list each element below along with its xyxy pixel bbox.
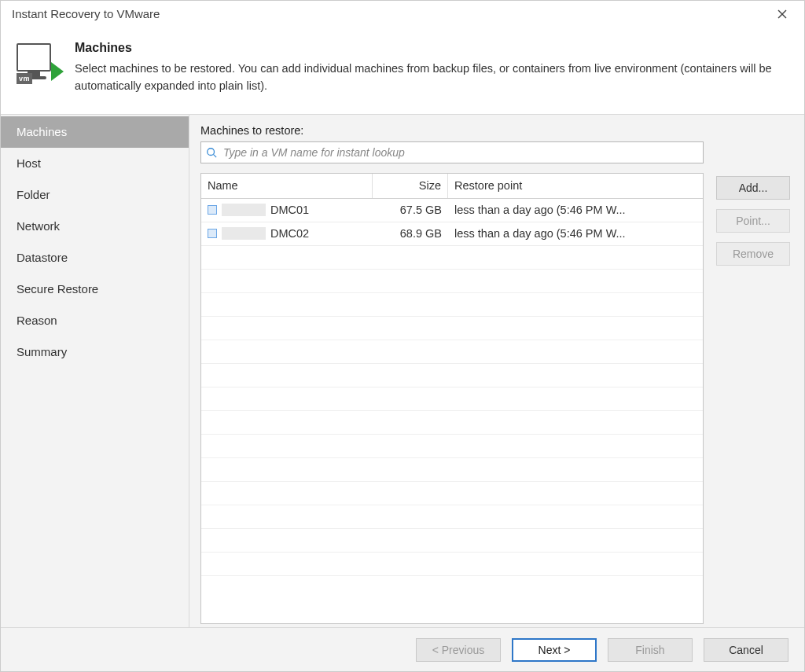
finish-button[interactable]: Finish bbox=[608, 638, 693, 662]
step-label: Host bbox=[17, 156, 41, 170]
search-field[interactable] bbox=[200, 141, 704, 163]
step-label: Secure Restore bbox=[17, 282, 98, 296]
step-label: Machines bbox=[17, 125, 67, 138]
cell-restore-point: less than a day ago (5:46 PM W... bbox=[448, 227, 703, 240]
close-icon bbox=[777, 9, 787, 19]
step-secure-restore[interactable]: Secure Restore bbox=[1, 274, 189, 305]
vm-restore-icon: vm bbox=[17, 43, 61, 87]
side-buttons: Add... Point... Remove bbox=[716, 124, 790, 625]
cell-name: DMC01 bbox=[270, 204, 309, 216]
cell-restore-point: less than a day ago (5:46 PM W... bbox=[448, 204, 703, 216]
table-body: DMC01 67.5 GB less than a day ago (5:46 … bbox=[201, 199, 703, 624]
cell-size: 67.5 GB bbox=[373, 204, 448, 216]
wizard-step-title: Machines bbox=[75, 39, 788, 57]
step-label: Summary bbox=[17, 345, 67, 358]
col-header-label: Name bbox=[208, 179, 238, 192]
wizard-header: vm Machines Select machines to be restor… bbox=[1, 28, 804, 114]
col-header-label: Restore point bbox=[454, 179, 522, 192]
svg-line-3 bbox=[214, 154, 217, 157]
wizard-footer: < Previous Next > Finish Cancel bbox=[1, 627, 804, 671]
redacted-prefix bbox=[222, 204, 266, 216]
svg-point-2 bbox=[208, 148, 215, 155]
step-label: Reason bbox=[17, 314, 57, 327]
wizard-window: Instant Recovery to VMware vm Machines S… bbox=[0, 0, 805, 672]
vm-icon bbox=[208, 205, 217, 215]
close-button[interactable] bbox=[770, 5, 795, 24]
cancel-button[interactable]: Cancel bbox=[704, 638, 788, 662]
search-icon bbox=[206, 147, 217, 158]
step-folder[interactable]: Folder bbox=[1, 179, 189, 211]
step-network[interactable]: Network bbox=[1, 211, 189, 242]
machines-section-label: Machines to restore: bbox=[200, 124, 704, 137]
wizard-header-text: Machines Select machines to be restored.… bbox=[75, 39, 788, 95]
wizard-step-description: Select machines to be restored. You can … bbox=[75, 61, 788, 95]
step-reason[interactable]: Reason bbox=[1, 305, 189, 336]
wizard-body: Machines Host Folder Network Datastore S… bbox=[1, 114, 804, 628]
col-header-size[interactable]: Size bbox=[373, 174, 448, 198]
redacted-prefix bbox=[222, 227, 266, 240]
cell-size: 68.9 GB bbox=[373, 227, 448, 240]
previous-button[interactable]: < Previous bbox=[416, 638, 501, 662]
col-header-label: Size bbox=[419, 179, 441, 192]
table-row[interactable]: DMC02 68.9 GB less than a day ago (5:46 … bbox=[201, 222, 703, 246]
step-label: Folder bbox=[17, 188, 50, 201]
col-header-restore-point[interactable]: Restore point bbox=[448, 174, 703, 198]
vm-icon bbox=[208, 229, 217, 238]
machines-table: Name Size Restore point DMC01 bbox=[200, 173, 704, 625]
step-label: Datastore bbox=[17, 251, 68, 264]
step-host[interactable]: Host bbox=[1, 148, 189, 179]
step-machines[interactable]: Machines bbox=[1, 116, 189, 148]
cell-name: DMC02 bbox=[270, 227, 309, 240]
table-header: Name Size Restore point bbox=[201, 174, 703, 199]
col-header-name[interactable]: Name bbox=[201, 174, 373, 198]
title-bar: Instant Recovery to VMware bbox=[1, 1, 804, 28]
point-button[interactable]: Point... bbox=[716, 209, 790, 233]
search-input[interactable] bbox=[222, 145, 698, 160]
wizard-content: Machines to restore: Name Size Restore p… bbox=[189, 115, 804, 628]
next-button[interactable]: Next > bbox=[512, 638, 597, 662]
table-row[interactable]: DMC01 67.5 GB less than a day ago (5:46 … bbox=[201, 199, 703, 222]
step-label: Network bbox=[17, 219, 60, 233]
remove-button[interactable]: Remove bbox=[716, 242, 790, 266]
window-title: Instant Recovery to VMware bbox=[12, 7, 160, 20]
step-datastore[interactable]: Datastore bbox=[1, 242, 189, 274]
add-button[interactable]: Add... bbox=[716, 176, 790, 200]
wizard-steps: Machines Host Folder Network Datastore S… bbox=[1, 115, 189, 628]
step-summary[interactable]: Summary bbox=[1, 336, 189, 368]
